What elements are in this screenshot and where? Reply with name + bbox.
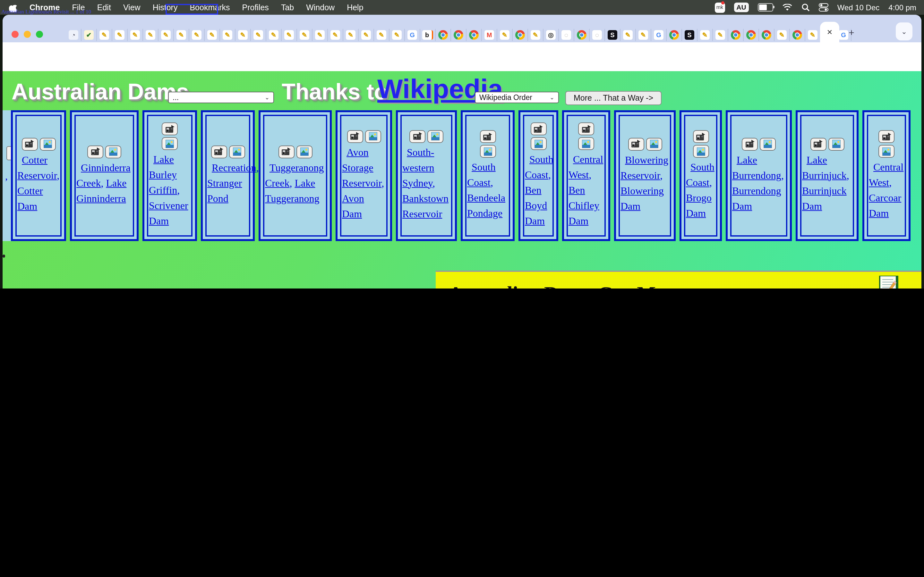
more-that-a-way-button[interactable]: More ... That a Way ->	[565, 91, 662, 105]
wifi-icon[interactable]	[782, 3, 792, 11]
map-image-button[interactable]	[105, 145, 121, 158]
map-image-button[interactable]	[480, 145, 496, 158]
browser-tab-edit[interactable]: ✎	[189, 29, 205, 41]
menu-item-tab[interactable]: Tab	[281, 3, 294, 12]
browser-tab-chrome[interactable]	[467, 29, 482, 41]
browser-tab-chrome[interactable]	[728, 29, 744, 41]
video-button[interactable]	[347, 130, 363, 143]
video-button[interactable]	[409, 130, 425, 143]
dam-select[interactable]: ... ⌄	[168, 92, 274, 103]
browser-tab-google[interactable]: G	[651, 29, 667, 41]
dam-link-name[interactable]: Cotter Dam	[17, 185, 43, 211]
browser-tab-edit[interactable]: ✎	[251, 29, 266, 41]
map-image-button[interactable]	[760, 137, 776, 150]
browser-tab-edit[interactable]: ✎	[805, 29, 821, 41]
browser-tab-edit[interactable]: ✎	[174, 29, 189, 41]
browser-tab-edit[interactable]: ✎	[158, 29, 174, 41]
video-button[interactable]	[480, 130, 496, 143]
dam-link-region[interactable]: South-western Sydney	[402, 147, 435, 188]
browser-tab-edit[interactable]: ✎	[143, 29, 158, 41]
browser-tab-edit[interactable]: ✎	[620, 29, 636, 41]
dam-link-name[interactable]: Carcoar Dam	[869, 192, 901, 219]
dam-link-name[interactable]: Scrivener Dam	[149, 200, 188, 226]
video-button[interactable]	[628, 137, 644, 150]
video-button[interactable]	[278, 145, 294, 158]
browser-tab-chrome[interactable]	[759, 29, 774, 41]
video-button[interactable]	[530, 122, 546, 135]
browser-tab-edit[interactable]: ✎	[374, 29, 389, 41]
active-tab[interactable]: ✕	[820, 22, 839, 42]
browser-tab-target[interactable]: ◎	[543, 29, 559, 41]
browser-tab-edit[interactable]: ✎	[297, 29, 312, 41]
browser-tab-edit[interactable]: ✎	[97, 29, 112, 41]
dam-link-region[interactable]: Recreation	[212, 162, 256, 173]
window-close-button[interactable]	[11, 31, 19, 38]
video-button[interactable]	[693, 130, 709, 143]
dam-link-name[interactable]: Stranger Pond	[207, 177, 242, 203]
menu-item-window[interactable]: Window	[306, 3, 334, 12]
map-image-button[interactable]	[162, 137, 178, 150]
browser-tab-edit[interactable]: ✎	[774, 29, 790, 41]
browser-tab-edit[interactable]: ✎	[112, 29, 128, 41]
browser-tab-edit[interactable]: ✎	[266, 29, 282, 41]
tab-close-icon[interactable]: ✕	[827, 28, 833, 36]
input-source-badge[interactable]: AU	[734, 3, 748, 12]
dam-link-name[interactable]: Burrinjuck Dam	[802, 185, 846, 211]
status-app-icon[interactable]: mk	[714, 2, 725, 13]
dam-link-region[interactable]: Lake Burrinjuck	[802, 154, 846, 181]
browser-tab-clock[interactable]: ◔	[66, 29, 81, 41]
dam-link-region[interactable]: Avon Storage Reservoir	[342, 147, 381, 188]
browser-tab-edit[interactable]: ✎	[220, 29, 236, 41]
browser-tab-dots[interactable]: ◌	[590, 29, 605, 41]
spotlight-search-icon[interactable]	[801, 3, 810, 11]
dam-link-name[interactable]: Ben Chifley Dam	[569, 185, 599, 226]
video-button[interactable]	[578, 122, 594, 135]
browser-tab-chrome[interactable]	[574, 29, 590, 41]
browser-tab-edit[interactable]: ✎	[236, 29, 251, 41]
dam-link-region[interactable]: Cotter Reservoir	[17, 154, 57, 181]
browser-tab-chrome[interactable]	[744, 29, 759, 41]
tab-search-button[interactable]: ⌄	[896, 23, 913, 40]
map-image-button[interactable]	[578, 137, 594, 150]
map-image-button[interactable]	[427, 130, 443, 143]
browser-tab-edit[interactable]: ✎	[636, 29, 651, 41]
map-image-button[interactable]	[828, 137, 844, 150]
dam-link-region[interactable]: Lake Burley Griffin	[149, 154, 177, 195]
map-image-button[interactable]	[296, 145, 312, 158]
browser-tab-sdark[interactable]: S	[605, 29, 620, 41]
menu-item-help[interactable]: Help	[347, 3, 363, 12]
notepad-pencil-icon[interactable]	[879, 276, 898, 288]
browser-tab-google[interactable]: G	[405, 29, 420, 41]
browser-tab-chrome[interactable]	[451, 29, 467, 41]
browser-tab-edit[interactable]: ✎	[497, 29, 513, 41]
menu-item-view[interactable]: View	[123, 3, 141, 12]
battery-icon[interactable]	[758, 3, 773, 11]
video-button[interactable]	[87, 145, 103, 158]
browser-tab-edit[interactable]: ✎	[328, 29, 343, 41]
browser-tab-edit[interactable]: ✎	[359, 29, 374, 41]
browser-tab-edit[interactable]: ✎	[713, 29, 728, 41]
browser-tab-dots[interactable]: ◌	[559, 29, 574, 41]
browser-tab-chrome[interactable]	[667, 29, 682, 41]
browser-tab-edit[interactable]: ✎	[282, 29, 297, 41]
browser-tab-edit[interactable]: ✎	[205, 29, 220, 41]
dam-link-name[interactable]: Blowering Dam	[620, 185, 664, 211]
dam-link-region[interactable]: Central West	[869, 161, 903, 188]
browser-tab-edit[interactable]: ✎	[343, 29, 359, 41]
dam-link-region[interactable]: Central West	[569, 154, 603, 180]
dam-link-region[interactable]: Lake Burrendong	[732, 154, 781, 181]
map-image-button[interactable]	[365, 130, 381, 143]
video-button[interactable]	[21, 137, 37, 150]
browser-tab-edit[interactable]: ✎	[312, 29, 328, 41]
window-minimize-button[interactable]	[24, 31, 31, 38]
map-image-button[interactable]	[693, 145, 709, 158]
browser-tab-edit[interactable]: ✎	[389, 29, 405, 41]
menu-time[interactable]: 4:00 pm	[888, 3, 916, 12]
video-button[interactable]	[742, 137, 758, 150]
browser-tab-gmail[interactable]: M	[482, 29, 497, 41]
order-select[interactable]: Wikipedia Order ⌄	[475, 92, 559, 103]
control-center-icon[interactable]	[819, 3, 829, 11]
map-image-button[interactable]	[229, 145, 245, 158]
map-image-button[interactable]	[530, 137, 546, 150]
browser-tab-clock2[interactable]: ✔	[81, 29, 97, 41]
